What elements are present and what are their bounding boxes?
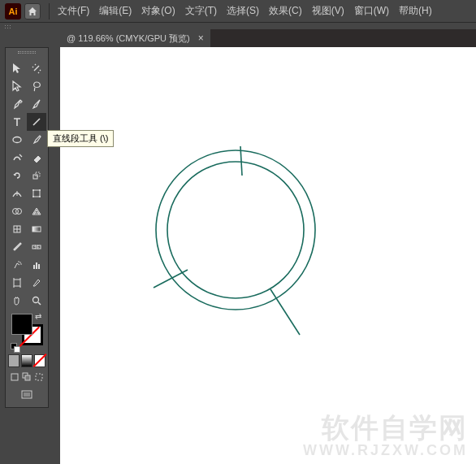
svg-rect-26 bbox=[14, 280, 20, 286]
toolbox-drag-handle[interactable] bbox=[7, 51, 46, 58]
magic-wand-tool[interactable] bbox=[27, 59, 46, 77]
svg-rect-33 bbox=[11, 374, 18, 380]
inner-circle[interactable] bbox=[167, 162, 304, 298]
menu-window[interactable]: 窗口(W) bbox=[349, 2, 394, 20]
column-graph-tool[interactable] bbox=[27, 256, 46, 274]
shape-builder-tool[interactable] bbox=[7, 202, 27, 220]
rotate-tool[interactable] bbox=[7, 167, 27, 184]
blend-tool[interactable] bbox=[27, 238, 46, 256]
hand-tool[interactable] bbox=[7, 292, 27, 310]
svg-point-0 bbox=[33, 106, 35, 108]
free-transform-tool[interactable] bbox=[27, 184, 46, 202]
menu-view[interactable]: 视图(V) bbox=[307, 2, 349, 20]
menu-edit[interactable]: 编辑(E) bbox=[94, 2, 136, 20]
toolbox: ⇄ bbox=[5, 47, 49, 408]
default-fill-stroke-icon[interactable] bbox=[11, 343, 20, 353]
svg-rect-16 bbox=[32, 227, 41, 232]
svg-rect-35 bbox=[25, 375, 30, 380]
svg-point-31 bbox=[33, 297, 39, 303]
fill-stroke-swatches[interactable]: ⇄ bbox=[7, 310, 46, 353]
perspective-grid-tool[interactable] bbox=[27, 202, 46, 220]
draw-mode-row bbox=[7, 368, 46, 386]
svg-point-11 bbox=[13, 209, 19, 215]
svg-point-20 bbox=[19, 262, 21, 263]
color-mode-row bbox=[7, 353, 46, 368]
svg-rect-3 bbox=[33, 175, 37, 179]
svg-rect-6 bbox=[33, 190, 40, 197]
svg-point-22 bbox=[20, 263, 22, 265]
svg-point-9 bbox=[32, 196, 34, 197]
svg-line-32 bbox=[38, 302, 41, 305]
lasso-tool[interactable] bbox=[27, 77, 46, 95]
app-logo: Ai bbox=[5, 3, 21, 20]
outer-circle[interactable] bbox=[156, 150, 315, 310]
pen-tool[interactable] bbox=[7, 95, 27, 113]
color-mode-none[interactable] bbox=[34, 354, 45, 367]
eraser-tool[interactable] bbox=[27, 149, 46, 167]
scale-tool[interactable] bbox=[27, 167, 46, 184]
type-tool[interactable] bbox=[7, 113, 27, 131]
document-tab[interactable]: @ 119.66% (CMYK/GPU 预览) × bbox=[60, 29, 210, 47]
menu-type[interactable]: 文字(T) bbox=[180, 2, 222, 20]
options-bar bbox=[0, 23, 476, 29]
svg-point-7 bbox=[32, 189, 34, 191]
color-mode-gradient[interactable] bbox=[21, 354, 32, 367]
svg-point-8 bbox=[39, 189, 41, 191]
artboard-tool[interactable] bbox=[7, 274, 27, 292]
gradient-tool[interactable] bbox=[27, 220, 46, 238]
document-tab-title: @ 119.66% (CMYK/GPU 预览) bbox=[67, 33, 190, 45]
menubar: Ai 文件(F) 编辑(E) 对象(O) 文字(T) 选择(S) 效果(C) 视… bbox=[0, 0, 476, 23]
svg-rect-19 bbox=[35, 245, 38, 249]
svg-line-1 bbox=[33, 119, 40, 125]
color-mode-solid[interactable] bbox=[8, 354, 19, 367]
curvature-tool[interactable] bbox=[27, 95, 46, 113]
svg-rect-18 bbox=[37, 245, 41, 249]
line-segment-left[interactable] bbox=[154, 270, 188, 288]
symbol-sprayer-tool[interactable] bbox=[7, 256, 27, 274]
direct-selection-tool[interactable] bbox=[7, 77, 27, 95]
zoom-tool[interactable] bbox=[27, 292, 46, 310]
home-icon[interactable] bbox=[24, 3, 41, 20]
svg-point-2 bbox=[13, 137, 21, 143]
eyedropper-tool[interactable] bbox=[7, 238, 27, 256]
svg-point-12 bbox=[16, 209, 22, 215]
screen-mode-row bbox=[7, 386, 46, 404]
width-tool[interactable] bbox=[7, 184, 27, 202]
svg-point-10 bbox=[39, 196, 41, 197]
options-drag-handle[interactable] bbox=[4, 24, 11, 29]
ellipse-tool[interactable] bbox=[7, 131, 27, 149]
svg-point-21 bbox=[18, 261, 19, 262]
canvas[interactable]: 软件自学网 WWW.RJZXW.COM bbox=[60, 47, 476, 464]
svg-rect-23 bbox=[33, 265, 35, 269]
document-tab-bar: @ 119.66% (CMYK/GPU 预览) × bbox=[60, 29, 476, 47]
close-icon[interactable]: × bbox=[198, 33, 204, 44]
svg-rect-36 bbox=[36, 374, 42, 380]
menu-file[interactable]: 文件(F) bbox=[53, 2, 94, 20]
line-segment-right[interactable] bbox=[270, 289, 300, 335]
slice-tool[interactable] bbox=[27, 274, 46, 292]
draw-inside-icon[interactable] bbox=[32, 370, 45, 384]
svg-rect-25 bbox=[38, 264, 40, 269]
mesh-tool[interactable] bbox=[7, 220, 27, 238]
draw-normal-icon[interactable] bbox=[9, 370, 21, 384]
menu-effect[interactable]: 效果(C) bbox=[264, 2, 307, 20]
line-segment-tool[interactable] bbox=[27, 113, 46, 131]
separator bbox=[49, 3, 50, 20]
svg-rect-4 bbox=[36, 172, 40, 176]
swap-fill-stroke-icon[interactable]: ⇄ bbox=[35, 312, 41, 321]
svg-rect-17 bbox=[32, 245, 36, 249]
paintbrush-tool[interactable] bbox=[27, 131, 46, 149]
tool-tooltip: 直线段工具 (\) bbox=[47, 130, 114, 147]
svg-rect-13 bbox=[14, 226, 20, 232]
svg-rect-24 bbox=[36, 262, 37, 269]
shaper-tool[interactable] bbox=[7, 149, 27, 167]
fill-swatch[interactable] bbox=[11, 314, 32, 335]
menu-select[interactable]: 选择(S) bbox=[222, 2, 264, 20]
menu-object[interactable]: 对象(O) bbox=[136, 2, 180, 20]
screen-mode-icon[interactable] bbox=[9, 388, 45, 402]
svg-rect-38 bbox=[24, 392, 30, 397]
selection-tool[interactable] bbox=[7, 59, 27, 77]
menu-help[interactable]: 帮助(H) bbox=[394, 2, 437, 20]
draw-behind-icon[interactable] bbox=[21, 370, 33, 384]
